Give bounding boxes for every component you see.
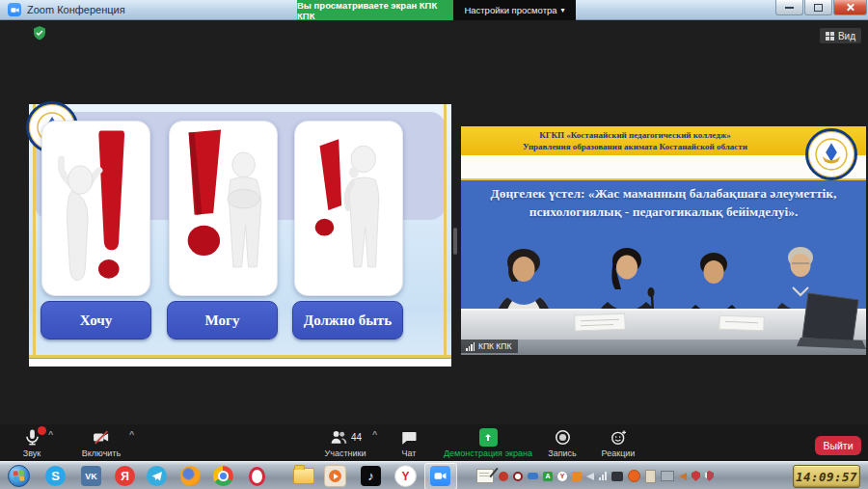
figure-card-should — [294, 121, 403, 296]
chrome-icon — [213, 466, 233, 486]
taskbar-firefox[interactable] — [179, 465, 202, 487]
window-title: Zoom Конференция — [27, 4, 125, 15]
label-can: Могу — [167, 301, 278, 340]
figure-card-want — [41, 121, 150, 296]
org-name-line2: Управления образования акимата Костанайс… — [469, 142, 801, 151]
college-emblem-icon — [814, 137, 849, 172]
yandex-icon: Я — [115, 466, 135, 486]
reactions-button[interactable]: Реакции — [594, 427, 642, 458]
participants-count: 44 — [351, 432, 362, 443]
view-button-label: Вид — [838, 31, 855, 41]
display-tray-icon — [661, 471, 674, 481]
signal-bars-icon — [466, 342, 475, 351]
opera-icon — [249, 467, 265, 486]
zoom-app-icon — [430, 466, 450, 486]
participants-label: Участники — [318, 448, 372, 458]
share-screen-label: Демонстрация экрана — [442, 448, 534, 458]
windows-taskbar: S VK Я — [0, 461, 868, 489]
chat-button[interactable]: Чат — [388, 427, 430, 458]
chat-icon — [400, 429, 418, 447]
shield-flag-tray-icon — [705, 471, 714, 481]
digital-clock[interactable]: 14:09:57 — [793, 465, 860, 488]
taskbar-tiktok[interactable]: ♪ — [360, 465, 382, 487]
label-want: Хочу — [41, 301, 151, 340]
taskbar-zoom-app[interactable] — [429, 465, 451, 487]
reactions-icon — [610, 428, 628, 447]
firefox-icon — [180, 466, 201, 486]
leave-meeting-button[interactable]: Выйти — [815, 436, 861, 455]
taskbar-skype[interactable]: S — [44, 465, 67, 487]
reactions-label: Реакции — [594, 448, 642, 458]
audio-label: Звук — [8, 448, 56, 458]
video-options-chevron[interactable]: ^ — [129, 429, 134, 439]
share-screen-icon — [479, 428, 498, 447]
tray-orange-circle-icon — [628, 470, 640, 482]
taskbar-media-player[interactable] — [324, 465, 346, 487]
view-settings-dropdown[interactable]: Настройки просмотра ▾ — [453, 0, 576, 20]
system-tray[interactable]: A Y — [476, 469, 714, 483]
college-logo-right — [805, 128, 857, 180]
taskbar-opera[interactable] — [246, 465, 268, 487]
figure-can-illustration — [170, 122, 277, 293]
folder-icon — [293, 468, 314, 484]
tray-dark-icon — [611, 472, 623, 481]
label-should-be: Должно быть — [292, 301, 403, 340]
minimize-icon — [785, 7, 794, 9]
participants-options-chevron[interactable]: ^ — [372, 429, 377, 439]
restore-button[interactable] — [804, 0, 832, 15]
tray-ring-icon — [513, 472, 523, 481]
close-button[interactable] — [833, 0, 867, 15]
taskbar-vk[interactable]: VK — [80, 465, 102, 487]
taskbar-explorer[interactable] — [292, 465, 314, 487]
view-mode-button[interactable]: Вид — [820, 28, 861, 43]
shield-red-tray-icon — [692, 471, 700, 481]
tray-red-icon — [499, 472, 508, 481]
anydesk-tray-icon: A — [543, 472, 553, 481]
camera-glyph — [11, 6, 19, 14]
figure-card-can — [169, 121, 278, 296]
tray-orange-icon — [572, 472, 582, 481]
chevron-down-icon: ▾ — [561, 6, 565, 14]
participant-name-badge: КПК КПК — [461, 340, 518, 353]
telegram-icon — [147, 466, 167, 486]
tray-blue-icon — [528, 473, 538, 479]
roundtable-title: Дөңгелек үстел: «Жас маманның балабақшағ… — [473, 184, 854, 221]
header-yellow-line — [461, 178, 866, 180]
panel-divider-handle[interactable] — [453, 228, 457, 255]
white-band-bottom — [29, 359, 451, 367]
taskbar-yandex[interactable]: Я — [114, 465, 136, 487]
audio-options-chevron[interactable]: ^ — [48, 429, 53, 439]
audio-alert-dot — [38, 426, 46, 435]
zoom-logo-icon — [8, 3, 21, 16]
security-shield-icon[interactable] — [33, 26, 46, 41]
camera-off-icon — [92, 428, 111, 447]
record-button[interactable]: Запись — [540, 427, 584, 458]
participants-icon — [329, 429, 348, 447]
windows-orb-icon — [8, 465, 30, 487]
taskbar-telegram[interactable] — [146, 465, 168, 487]
view-settings-label: Настройки просмотра — [464, 5, 556, 15]
window-titlebar[interactable]: Zoom Конференция Вы просматриваете экран… — [0, 0, 868, 20]
tray-speaker-icon — [586, 473, 594, 480]
tiktok-icon: ♪ — [361, 466, 381, 486]
window-controls — [774, 0, 867, 15]
record-icon — [554, 428, 572, 447]
participants-button[interactable]: 44 Участники — [318, 427, 372, 458]
zoom-meeting-window: Zoom Конференция Вы просматриваете экран… — [0, 0, 868, 489]
share-screen-button[interactable]: Демонстрация экрана — [442, 427, 534, 458]
minimize-button[interactable] — [775, 0, 803, 15]
taskbar-chrome[interactable] — [212, 465, 234, 487]
viewing-screen-banner: Вы просматриваете экран КПК КПК — [297, 0, 453, 20]
record-label: Запись — [540, 448, 584, 458]
figure-want-illustration — [42, 122, 149, 293]
clipboard-tray-icon — [645, 470, 656, 483]
taskbar-yandex-browser[interactable]: Y — [394, 465, 417, 487]
participants-video-scene — [461, 239, 866, 355]
skype-icon: S — [45, 466, 66, 486]
network-signal-icon — [599, 472, 607, 480]
chat-label: Чат — [388, 448, 430, 458]
tray-y-icon: Y — [557, 472, 567, 481]
yandex-browser-icon: Y — [394, 465, 417, 487]
media-player-icon — [324, 465, 346, 487]
start-button[interactable] — [8, 465, 30, 487]
